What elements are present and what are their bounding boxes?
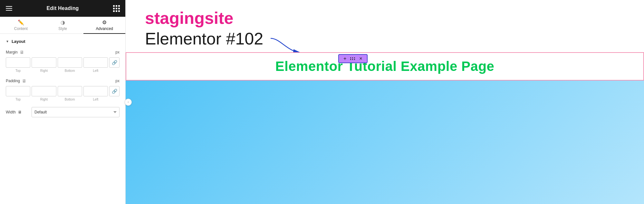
margin-right-input[interactable] bbox=[32, 57, 56, 68]
advanced-tab-label: Advanced bbox=[96, 26, 113, 31]
padding-monitor-icon: 🖥 bbox=[22, 78, 26, 83]
margin-link-button[interactable]: 🔗 bbox=[109, 57, 120, 68]
advanced-tab-icon: ⚙ bbox=[102, 20, 107, 25]
margin-bottom-input[interactable] bbox=[58, 57, 82, 68]
width-monitor-icon: 🖥 bbox=[18, 110, 22, 114]
tab-advanced[interactable]: ⚙ Advanced bbox=[83, 17, 125, 34]
padding-inputs: 🔗 bbox=[6, 86, 120, 96]
padding-label-row: Padding 🖥 px bbox=[6, 78, 120, 83]
page-subtitle: Elementor #102 bbox=[145, 29, 263, 49]
hamburger-icon[interactable] bbox=[6, 6, 12, 11]
widget-toolbar: + × bbox=[338, 54, 368, 63]
site-title: stagingsite bbox=[145, 9, 625, 27]
width-select[interactable]: Default Full Width Inline Custom bbox=[32, 107, 120, 117]
delete-widget-button[interactable]: × bbox=[359, 56, 362, 61]
margin-unit-selector[interactable]: px bbox=[115, 50, 120, 54]
content-tab-label: Content bbox=[14, 26, 28, 31]
padding-top-input[interactable] bbox=[6, 86, 30, 96]
padding-bottom-input[interactable] bbox=[58, 86, 82, 96]
heading-section: Elementor Tutorial Example Page bbox=[126, 52, 644, 81]
tabs-row: ✏️ Content ◑ Style ⚙ Advanced bbox=[0, 17, 125, 34]
padding-right-input[interactable] bbox=[32, 86, 56, 96]
section-arrow: ▼ bbox=[6, 40, 9, 43]
width-label: Width 🖥 bbox=[6, 110, 32, 114]
blue-gradient-section bbox=[126, 81, 644, 204]
canvas-top: stagingsite Elementor #102 bbox=[126, 0, 644, 49]
content-tab-icon: ✏️ bbox=[18, 20, 24, 25]
style-tab-icon: ◑ bbox=[61, 20, 65, 25]
padding-row: Padding 🖥 px 🔗 Top Right Bottom Left bbox=[6, 78, 120, 101]
margin-label: Margin 🖥 bbox=[6, 50, 24, 55]
canvas-area: stagingsite Elementor #102 + bbox=[126, 0, 644, 204]
drag-handle[interactable] bbox=[350, 57, 355, 60]
layout-section-heading[interactable]: ▼ Layout bbox=[6, 39, 120, 44]
margin-label-row: Margin 🖥 px bbox=[6, 50, 120, 55]
canvas-inner: stagingsite Elementor #102 + bbox=[126, 0, 644, 204]
margin-monitor-icon: 🖥 bbox=[20, 50, 24, 55]
heading-text: Elementor Tutorial Example Page bbox=[139, 59, 630, 74]
style-tab-label: Style bbox=[58, 26, 67, 31]
collapse-panel-button[interactable]: ‹ bbox=[125, 99, 132, 106]
padding-link-button[interactable]: 🔗 bbox=[109, 86, 120, 96]
padding-label: Padding 🖥 bbox=[6, 78, 26, 83]
layout-label: Layout bbox=[12, 39, 25, 44]
margin-left-input[interactable] bbox=[83, 57, 108, 68]
tab-style[interactable]: ◑ Style bbox=[42, 17, 84, 34]
margin-top-input[interactable] bbox=[6, 57, 30, 68]
tab-content[interactable]: ✏️ Content bbox=[0, 17, 42, 34]
width-row: Width 🖥 Default Full Width Inline Custom bbox=[6, 107, 120, 117]
padding-unit-selector[interactable]: px bbox=[115, 79, 120, 83]
padding-left-input[interactable] bbox=[83, 86, 108, 96]
left-panel: Edit Heading ✏️ Content ◑ Style ⚙ Advanc… bbox=[0, 0, 126, 204]
add-widget-button[interactable]: + bbox=[343, 56, 346, 61]
page-subtitle-row: Elementor #102 bbox=[145, 29, 625, 49]
margin-inputs: 🔗 bbox=[6, 57, 120, 68]
margin-input-labels: Top Right Bottom Left bbox=[6, 69, 120, 73]
grid-icon[interactable] bbox=[113, 5, 120, 12]
panel-content: ▼ Layout Margin 🖥 px 🔗 Top Right bbox=[0, 34, 125, 204]
padding-input-labels: Top Right Bottom Left bbox=[6, 98, 120, 101]
top-bar: Edit Heading bbox=[0, 0, 125, 17]
panel-title: Edit Heading bbox=[46, 5, 79, 11]
margin-row: Margin 🖥 px 🔗 Top Right Bottom Left bbox=[6, 50, 120, 73]
